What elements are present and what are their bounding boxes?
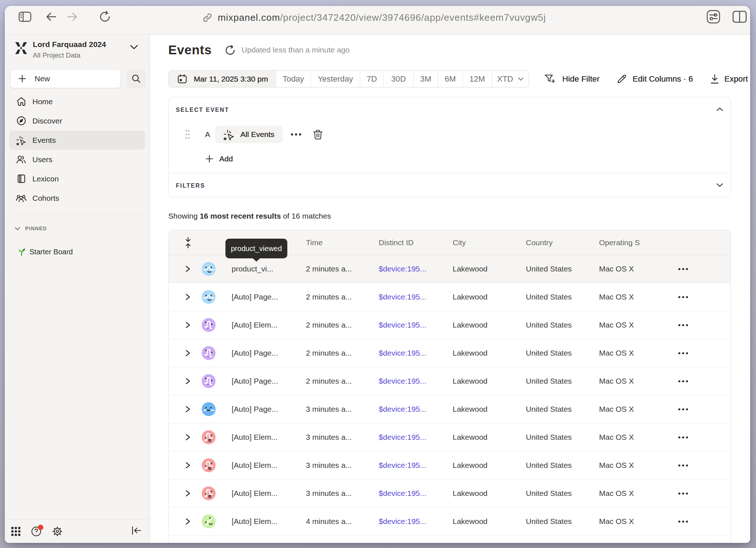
table-row[interactable]: [Auto] Page... 2 minutes a... $device:19… [169,283,731,311]
browser-back-icon[interactable] [46,12,57,23]
sidebar-item-users[interactable]: Users [9,150,145,169]
edit-columns-label: Edit Columns · 6 [633,74,693,84]
table-row[interactable]: [Auto] Page... 2 minutes a... $device:19… [169,339,731,367]
expand-row-icon[interactable] [169,517,202,525]
browser-sidebar-toggle-icon[interactable] [19,12,31,23]
drag-handle-icon[interactable] [185,129,190,140]
browser-page-settings-icon[interactable] [706,10,720,25]
table-row[interactable]: [Auto] Elem... 3 minutes a... $device:19… [169,423,731,451]
sidebar-footer [5,519,150,543]
row-actions[interactable] [672,296,731,298]
row-more-icon[interactable] [678,408,688,411]
row-more-icon[interactable] [678,436,688,439]
sidebar-item-events[interactable]: Events [9,130,145,150]
table-row[interactable]: [Auto] Elem... 2 minutes a... $device:19… [169,311,731,339]
cell-distinct-id[interactable]: $device:195... [379,293,453,301]
add-event-button[interactable]: Add [205,154,233,163]
cell-distinct-id[interactable]: $device:195... [379,433,453,442]
expand-row-icon[interactable] [169,349,202,357]
all-events-chip[interactable]: All Events [215,126,283,143]
expand-row-icon[interactable] [169,489,202,497]
cell-distinct-id[interactable]: $device:195... [379,377,453,385]
column-header-time[interactable]: Time [306,238,379,247]
new-button[interactable]: New [10,69,121,88]
expand-row-icon[interactable] [169,377,202,385]
row-actions[interactable] [672,436,731,439]
column-header-os[interactable]: Operating S [599,238,672,247]
column-header-country[interactable]: Country [526,238,599,247]
row-actions[interactable] [672,492,731,495]
column-header-distinct-id[interactable]: Distinct ID [379,238,453,247]
row-more-icon[interactable] [678,324,688,326]
row-actions[interactable] [672,520,731,523]
table-row[interactable]: [Auto] Page... 2 minutes a... $device:19… [169,367,731,395]
row-actions[interactable] [672,464,731,467]
row-more-icon[interactable] [678,296,688,298]
cell-distinct-id[interactable]: $device:195... [379,405,453,414]
expand-row-icon[interactable] [169,433,202,441]
browser-reload-icon[interactable] [99,11,111,24]
row-more-icon[interactable] [678,380,688,383]
row-actions[interactable] [672,380,731,383]
pinned-section-header[interactable]: PINNED [15,226,47,231]
cell-distinct-id[interactable]: $device:195... [379,321,453,329]
select-event-card: SELECT EVENT A [168,97,731,197]
row-more-icon[interactable] [678,520,688,523]
sidebar-item-discover[interactable]: Discover [9,111,145,130]
cell-distinct-id[interactable]: $device:195... [379,517,453,526]
browser-forward-icon[interactable] [67,12,78,23]
row-actions[interactable] [672,408,731,411]
expand-row-icon[interactable] [169,293,202,301]
row-more-icon[interactable] [678,352,688,355]
sidebar-item-starter-board[interactable]: Starter Board [17,247,73,257]
cell-distinct-id[interactable]: $device:195... [379,349,453,357]
cell-os: Mac OS X [599,517,672,526]
table-row[interactable]: [Auto] Page... 3 minutes a... $device:19… [169,395,731,423]
expand-row-icon[interactable] [169,461,202,469]
collapse-section-icon[interactable] [716,107,723,111]
row-actions[interactable] [672,324,731,326]
results-summary: Showing 16 most recent results of 16 mat… [168,212,331,220]
link-icon [202,13,212,23]
collapse-sidebar-icon[interactable] [131,526,142,536]
cell-event-name: [Auto] Page... [232,293,306,301]
expand-filters-icon[interactable] [716,183,723,187]
table-row[interactable]: [Auto] Elem... 3 minutes a... $device:19… [169,451,731,480]
cell-distinct-id[interactable]: $device:195... [379,461,453,470]
column-header-city[interactable]: City [453,238,526,247]
row-actions[interactable] [672,352,731,355]
expand-row-icon[interactable] [169,321,202,329]
url-bar[interactable]: mixpanel.com/project/3472420/view/397469… [202,6,546,29]
collapse-all-icon[interactable] [169,237,202,248]
cell-distinct-id[interactable]: $device:195... [379,489,453,498]
cell-distinct-id[interactable]: $device:195... [379,265,453,273]
edit-columns-button[interactable]: Edit Columns · 6 [617,70,693,87]
cell-event-name: [Auto] Elem... [232,489,306,498]
sidebar-item-cohorts[interactable]: Cohorts [9,188,145,208]
add-event-label: Add [219,154,233,163]
export-button[interactable]: Export [710,70,748,87]
expand-row-icon[interactable] [169,405,202,413]
browser-split-view-icon[interactable] [732,11,747,24]
help-icon[interactable] [31,526,42,537]
cell-city: Lakewood [453,433,526,442]
workspace-switcher[interactable]: Lord Farquaad 2024 All Project Data [15,40,143,59]
trash-icon[interactable] [313,129,323,140]
row-more-icon[interactable] [678,268,688,270]
expand-row-icon[interactable] [169,265,202,273]
cell-os: Mac OS X [599,293,672,301]
row-actions[interactable] [672,268,731,270]
row-more-icon[interactable] [678,464,688,467]
apps-grid-icon[interactable] [11,527,21,536]
settings-gear-icon[interactable] [52,526,63,537]
sidebar-item-lexicon[interactable]: Lexicon [9,169,145,188]
row-more-icon[interactable] [678,492,688,495]
sidebar-item-home[interactable]: Home [9,92,145,111]
table-row[interactable]: [Auto] Elem... 4 minutes a... $device:19… [169,536,731,543]
hide-filter-button[interactable]: Hide Filter [544,70,599,87]
refresh-icon[interactable] [225,44,235,55]
table-row[interactable]: [Auto] Elem... 3 minutes a... $device:19… [169,480,731,508]
search-button[interactable] [127,69,146,88]
more-options-icon[interactable] [291,133,302,136]
table-row[interactable]: [Auto] Elem... 4 minutes a... $device:19… [169,508,731,536]
